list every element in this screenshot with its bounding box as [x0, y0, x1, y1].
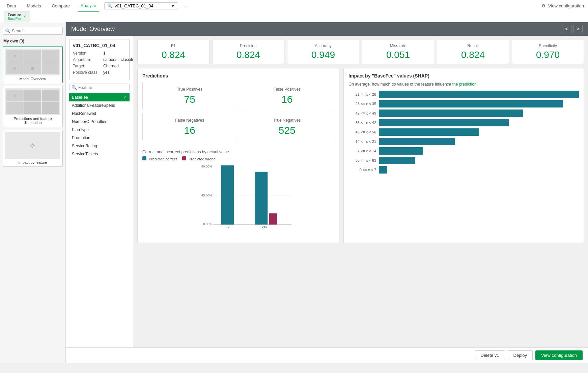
bar-chart-wrapper: 90.00% 45.00% 0.00% [142, 164, 334, 238]
sheet-card-predictions[interactable]: ⛭ Predictions and feature distribution [3, 86, 63, 127]
metric-value-accuracy: 0.949 [291, 50, 355, 60]
shap-bar-7 [379, 157, 415, 164]
shap-bar-container-8 [379, 166, 579, 174]
model-row-positive-class: Positive class: yes [73, 70, 126, 75]
predictions-panel: Predictions True Positives 75 False Posi… [137, 68, 339, 243]
metric-label-recall: Recall [441, 43, 505, 48]
metric-label-miss-rate: Miss rate [366, 43, 430, 48]
shap-bar-3 [379, 119, 509, 126]
model-search-bar[interactable]: 🔍 ▼ [104, 2, 178, 9]
correct-predictions-label: Correct and incorrect predictions by act… [142, 150, 334, 154]
chevron-down-icon: ▼ [171, 3, 175, 8]
deploy-button[interactable]: Deploy [508, 350, 533, 360]
main-panel: F1 0.824 Precision 0.824 Accuracy 0.949 … [133, 36, 588, 347]
shap-bar-container-3 [379, 119, 579, 126]
feature-item-basefee[interactable]: BaseFee ✓ [69, 93, 130, 101]
cm-value-fp: 16 [244, 94, 331, 105]
metric-label-f1: F1 [142, 43, 205, 48]
shap-row-3: 35 <= x < 42 [348, 119, 579, 126]
sidebar-search[interactable]: 🔍 [3, 27, 63, 35]
sheet-name-predictions: Predictions and feature distribution [5, 117, 60, 125]
svg-text:0.00%: 0.00% [203, 222, 212, 226]
settings-icon: ⚙ [541, 3, 545, 8]
shap-bar-container-1 [379, 100, 579, 107]
model-row-target: Target: Churned [73, 64, 126, 68]
predictions-panel-title: Predictions [142, 73, 334, 79]
shap-row-2: 42 <= x < 49 [348, 110, 579, 117]
feature-item-servicerating[interactable]: ServiceRating [69, 142, 130, 150]
metric-card-miss-rate: Miss rate 0.051 [362, 40, 434, 64]
model-row-label-version: Version: [73, 51, 103, 56]
view-configuration-btn[interactable]: ⚙ View configuration [541, 3, 584, 8]
feature-item-penalties[interactable]: NumberOfPenalties [69, 118, 130, 126]
sidebar-search-input[interactable] [12, 29, 60, 33]
shap-bar-0 [379, 91, 579, 98]
sidebar: 🔍 My own (3) ⛭ ⛭ ⛭ Model Overview [0, 22, 66, 363]
shap-label-1: 28 <= x < 35 [348, 102, 379, 106]
feature-item-hasrenewed[interactable]: HasRenewed [69, 110, 130, 118]
tab-sublabel: BaseFee [8, 17, 21, 21]
sheet-card-impact[interactable]: ⛭ Impact by feature [3, 130, 63, 167]
page-title: Model Overview [71, 26, 115, 33]
bar-no-correct [221, 165, 234, 225]
feature-tab[interactable]: Feature BaseFee ✕ [4, 11, 30, 22]
metric-card-f1: F1 0.824 [137, 40, 209, 64]
feature-item-servicetickets[interactable]: ServiceTickets [69, 150, 130, 158]
metric-label-specificity: Specificity [516, 43, 580, 48]
page-next-btn[interactable]: > [573, 25, 583, 33]
feature-search-input[interactable] [78, 85, 129, 90]
svg-text:45.00%: 45.00% [201, 193, 213, 197]
bar-chart-section: Correct and incorrect predictions by act… [142, 146, 334, 238]
shap-highlight: the prediction [452, 82, 477, 87]
shap-row-6: 7 <= x < 14 [348, 147, 579, 155]
svg-text:yes: yes [262, 225, 267, 228]
nav-item-data[interactable]: Data [4, 0, 19, 12]
shap-label-3: 35 <= x < 42 [348, 121, 379, 125]
tab-close-icon[interactable]: ✕ [23, 14, 26, 19]
feature-item-promotion[interactable]: Promotion [69, 134, 130, 142]
shap-bar-container-0 [379, 91, 579, 98]
view-config-button[interactable]: View configuration [535, 350, 583, 360]
nav-item-compare[interactable]: Compare [49, 0, 72, 12]
page-prev-btn[interactable]: < [562, 25, 571, 33]
inner-layout: v01_CATBC_01_04 Version: 1 Algorithm: ca… [66, 36, 588, 347]
shap-panel-subtitle: On average, how much do values of the fe… [348, 82, 579, 87]
metric-value-recall: 0.824 [441, 50, 505, 60]
more-options-icon[interactable]: ⋯ [184, 3, 188, 8]
bar-chart-svg: 90.00% 45.00% 0.00% [159, 164, 334, 228]
model-row-label-target: Target: [73, 64, 103, 68]
shap-label-8: 0 <= x < 7 [348, 168, 379, 172]
metric-card-specificity: Specificity 0.970 [512, 40, 584, 64]
sheet-name-model-overview: Model Overview [5, 77, 60, 81]
shap-row-8: 0 <= x < 7 [348, 166, 579, 174]
cm-false-negatives: False Negatives 16 [142, 113, 237, 141]
metric-value-specificity: 0.970 [516, 50, 580, 60]
cm-label-fn: False Negatives [146, 118, 233, 123]
top-nav: Data Models Compare Analyze 🔍 ▼ ⋯ ⚙ View… [0, 0, 588, 12]
metric-value-miss-rate: 0.051 [366, 50, 430, 60]
feature-item-plantype[interactable]: PlanType [69, 126, 130, 134]
feature-search[interactable]: 🔍 [69, 84, 130, 91]
confusion-matrix: True Positives 75 False Positives 16 Fal… [142, 82, 334, 141]
model-search-input[interactable] [115, 3, 169, 8]
shap-bar-container-4 [379, 128, 579, 136]
model-row-value-algorithm: catboost_classifier [103, 57, 133, 62]
sheet-card-model-overview[interactable]: ⛭ ⛭ ⛭ Model Overview [3, 46, 63, 83]
model-row-value-target: Churned [103, 64, 119, 68]
content-area: Model Overview < > v01_CATBC_01_04 Versi… [66, 22, 588, 363]
nav-item-analyze[interactable]: Analyze [78, 0, 99, 12]
feature-item-additional[interactable]: AdditionalFeatureSpend [69, 101, 130, 110]
bar-chart-legend: Predicted correct Predicted wrong [142, 156, 334, 161]
shap-row-5: 14 <= x < 21 [348, 138, 579, 145]
metric-card-accuracy: Accuracy 0.949 [287, 40, 359, 64]
shap-bar-container-5 [379, 138, 579, 145]
legend-correct: Predicted correct [142, 156, 177, 161]
sidebar-search-icon: 🔍 [5, 28, 10, 33]
cm-true-negatives: True Negatives 525 [240, 113, 335, 141]
nav-item-models[interactable]: Models [24, 0, 44, 12]
metric-value-precision: 0.824 [217, 50, 280, 60]
cm-value-tn: 525 [244, 125, 331, 136]
cm-true-positives: True Positives 75 [142, 82, 237, 110]
delete-button[interactable]: Delete v1 [475, 350, 505, 360]
svg-text:90.00%: 90.00% [201, 164, 213, 168]
